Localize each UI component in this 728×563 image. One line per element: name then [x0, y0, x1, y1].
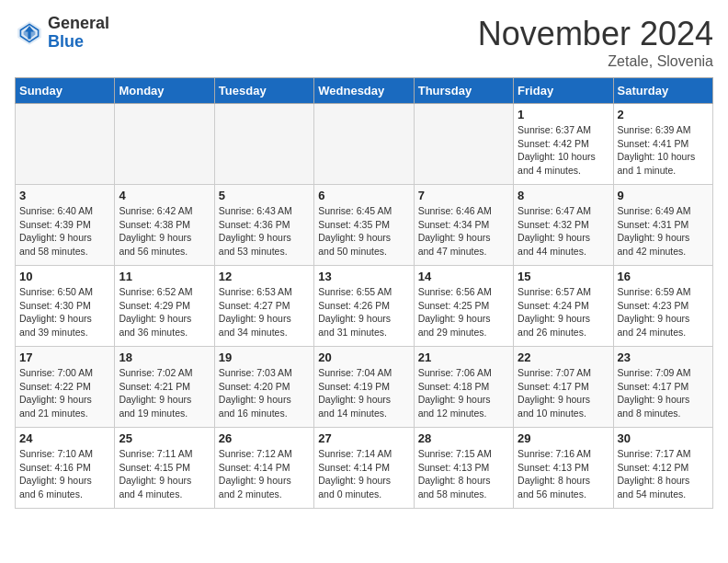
- day-number: 8: [518, 189, 609, 202]
- calendar-header-row: SundayMondayTuesdayWednesdayThursdayFrid…: [16, 78, 713, 104]
- day-info: Sunrise: 7:03 AM Sunset: 4:20 PM Dayligh…: [219, 366, 310, 420]
- day-info: Sunrise: 6:39 AM Sunset: 4:41 PM Dayligh…: [618, 123, 709, 178]
- calendar-cell: 19Sunrise: 7:03 AM Sunset: 4:20 PM Dayli…: [214, 347, 313, 428]
- logo: General Blue: [15, 15, 109, 52]
- calendar-cell: 27Sunrise: 7:14 AM Sunset: 4:14 PM Dayli…: [314, 428, 414, 509]
- weekday-header: Sunday: [16, 78, 115, 104]
- month-title: November 2024: [478, 15, 713, 53]
- day-info: Sunrise: 6:37 AM Sunset: 4:42 PM Dayligh…: [518, 123, 609, 178]
- day-number: 5: [219, 189, 310, 202]
- calendar-cell: 5Sunrise: 6:43 AM Sunset: 4:36 PM Daylig…: [214, 185, 313, 266]
- day-number: 25: [119, 431, 210, 445]
- calendar-cell: 28Sunrise: 7:15 AM Sunset: 4:13 PM Dayli…: [414, 428, 513, 509]
- day-info: Sunrise: 7:06 AM Sunset: 4:18 PM Dayligh…: [418, 366, 509, 420]
- day-number: 18: [119, 350, 210, 364]
- day-number: 13: [318, 270, 409, 283]
- calendar-cell: 3Sunrise: 6:40 AM Sunset: 4:39 PM Daylig…: [16, 185, 115, 266]
- day-info: Sunrise: 6:47 AM Sunset: 4:32 PM Dayligh…: [518, 204, 609, 259]
- calendar-cell: 24Sunrise: 7:10 AM Sunset: 4:16 PM Dayli…: [16, 428, 115, 509]
- day-info: Sunrise: 6:49 AM Sunset: 4:31 PM Dayligh…: [618, 204, 709, 259]
- day-number: 23: [618, 350, 709, 364]
- day-number: 26: [219, 431, 310, 445]
- day-info: Sunrise: 6:56 AM Sunset: 4:25 PM Dayligh…: [418, 285, 509, 339]
- day-number: 4: [119, 189, 210, 202]
- calendar-cell: 1Sunrise: 6:37 AM Sunset: 4:42 PM Daylig…: [514, 104, 613, 185]
- calendar-cell: 4Sunrise: 6:42 AM Sunset: 4:38 PM Daylig…: [115, 185, 214, 266]
- day-number: 12: [219, 270, 310, 283]
- day-info: Sunrise: 7:10 AM Sunset: 4:16 PM Dayligh…: [19, 447, 110, 501]
- calendar-cell: 22Sunrise: 7:07 AM Sunset: 4:17 PM Dayli…: [514, 347, 613, 428]
- calendar-cell: 11Sunrise: 6:52 AM Sunset: 4:29 PM Dayli…: [115, 266, 214, 347]
- day-number: 17: [19, 350, 110, 364]
- title-block: November 2024 Zetale, Slovenia: [478, 15, 713, 70]
- day-info: Sunrise: 6:43 AM Sunset: 4:36 PM Dayligh…: [219, 204, 310, 259]
- day-info: Sunrise: 7:16 AM Sunset: 4:13 PM Dayligh…: [518, 447, 609, 501]
- day-info: Sunrise: 6:57 AM Sunset: 4:24 PM Dayligh…: [518, 285, 609, 339]
- calendar: SundayMondayTuesdayWednesdayThursdayFrid…: [15, 77, 713, 509]
- day-number: 2: [618, 108, 709, 121]
- calendar-cell: [214, 104, 313, 185]
- calendar-week-row: 1Sunrise: 6:37 AM Sunset: 4:42 PM Daylig…: [16, 104, 713, 185]
- weekday-header: Saturday: [613, 78, 712, 104]
- day-number: 20: [318, 350, 409, 364]
- day-info: Sunrise: 7:12 AM Sunset: 4:14 PM Dayligh…: [219, 447, 310, 501]
- day-info: Sunrise: 6:52 AM Sunset: 4:29 PM Dayligh…: [119, 285, 210, 339]
- calendar-cell: 12Sunrise: 6:53 AM Sunset: 4:27 PM Dayli…: [214, 266, 313, 347]
- calendar-cell: 16Sunrise: 6:59 AM Sunset: 4:23 PM Dayli…: [613, 266, 712, 347]
- calendar-cell: 9Sunrise: 6:49 AM Sunset: 4:31 PM Daylig…: [613, 185, 712, 266]
- calendar-cell: 17Sunrise: 7:00 AM Sunset: 4:22 PM Dayli…: [16, 347, 115, 428]
- calendar-cell: 7Sunrise: 6:46 AM Sunset: 4:34 PM Daylig…: [414, 185, 513, 266]
- calendar-cell: 26Sunrise: 7:12 AM Sunset: 4:14 PM Dayli…: [214, 428, 313, 509]
- calendar-cell: 14Sunrise: 6:56 AM Sunset: 4:25 PM Dayli…: [414, 266, 513, 347]
- calendar-cell: 29Sunrise: 7:16 AM Sunset: 4:13 PM Dayli…: [514, 428, 613, 509]
- calendar-cell: [314, 104, 414, 185]
- calendar-cell: 20Sunrise: 7:04 AM Sunset: 4:19 PM Dayli…: [314, 347, 414, 428]
- logo-text: General Blue: [48, 15, 109, 52]
- day-info: Sunrise: 6:42 AM Sunset: 4:38 PM Dayligh…: [119, 204, 210, 259]
- calendar-cell: 21Sunrise: 7:06 AM Sunset: 4:18 PM Dayli…: [414, 347, 513, 428]
- day-info: Sunrise: 6:40 AM Sunset: 4:39 PM Dayligh…: [19, 204, 110, 259]
- day-info: Sunrise: 7:17 AM Sunset: 4:12 PM Dayligh…: [618, 447, 709, 501]
- calendar-week-row: 10Sunrise: 6:50 AM Sunset: 4:30 PM Dayli…: [16, 266, 713, 347]
- weekday-header: Monday: [115, 78, 214, 104]
- day-info: Sunrise: 7:14 AM Sunset: 4:14 PM Dayligh…: [318, 447, 409, 501]
- calendar-cell: 8Sunrise: 6:47 AM Sunset: 4:32 PM Daylig…: [514, 185, 613, 266]
- calendar-cell: 25Sunrise: 7:11 AM Sunset: 4:15 PM Dayli…: [115, 428, 214, 509]
- logo-blue-text: Blue: [48, 33, 109, 52]
- weekday-header: Tuesday: [214, 78, 313, 104]
- day-info: Sunrise: 7:04 AM Sunset: 4:19 PM Dayligh…: [318, 366, 409, 420]
- day-number: 1: [518, 108, 609, 121]
- day-info: Sunrise: 6:46 AM Sunset: 4:34 PM Dayligh…: [418, 204, 509, 259]
- logo-general: General: [48, 15, 109, 33]
- calendar-cell: 15Sunrise: 6:57 AM Sunset: 4:24 PM Dayli…: [514, 266, 613, 347]
- day-number: 30: [618, 431, 709, 445]
- day-number: 15: [518, 270, 609, 283]
- day-number: 29: [518, 431, 609, 445]
- weekday-header: Wednesday: [314, 78, 414, 104]
- calendar-week-row: 3Sunrise: 6:40 AM Sunset: 4:39 PM Daylig…: [16, 185, 713, 266]
- calendar-cell: 6Sunrise: 6:45 AM Sunset: 4:35 PM Daylig…: [314, 185, 414, 266]
- calendar-week-row: 17Sunrise: 7:00 AM Sunset: 4:22 PM Dayli…: [16, 347, 713, 428]
- calendar-cell: 2Sunrise: 6:39 AM Sunset: 4:41 PM Daylig…: [613, 104, 712, 185]
- day-number: 24: [19, 431, 110, 445]
- day-info: Sunrise: 6:55 AM Sunset: 4:26 PM Dayligh…: [318, 285, 409, 339]
- weekday-header: Friday: [514, 78, 613, 104]
- day-number: 19: [219, 350, 310, 364]
- weekday-header: Thursday: [414, 78, 513, 104]
- day-info: Sunrise: 6:45 AM Sunset: 4:35 PM Dayligh…: [318, 204, 409, 259]
- day-info: Sunrise: 6:53 AM Sunset: 4:27 PM Dayligh…: [219, 285, 310, 339]
- day-info: Sunrise: 7:07 AM Sunset: 4:17 PM Dayligh…: [518, 366, 609, 420]
- day-number: 27: [318, 431, 409, 445]
- day-info: Sunrise: 6:50 AM Sunset: 4:30 PM Dayligh…: [19, 285, 110, 339]
- day-number: 11: [119, 270, 210, 283]
- calendar-cell: 30Sunrise: 7:17 AM Sunset: 4:12 PM Dayli…: [613, 428, 712, 509]
- day-number: 22: [518, 350, 609, 364]
- logo-icon: [15, 18, 44, 48]
- day-info: Sunrise: 7:02 AM Sunset: 4:21 PM Dayligh…: [119, 366, 210, 420]
- page-header: General Blue November 2024 Zetale, Slove…: [15, 15, 713, 70]
- day-info: Sunrise: 7:15 AM Sunset: 4:13 PM Dayligh…: [418, 447, 509, 501]
- day-info: Sunrise: 7:00 AM Sunset: 4:22 PM Dayligh…: [19, 366, 110, 420]
- calendar-cell: [16, 104, 115, 185]
- day-number: 7: [418, 189, 509, 202]
- day-number: 6: [318, 189, 409, 202]
